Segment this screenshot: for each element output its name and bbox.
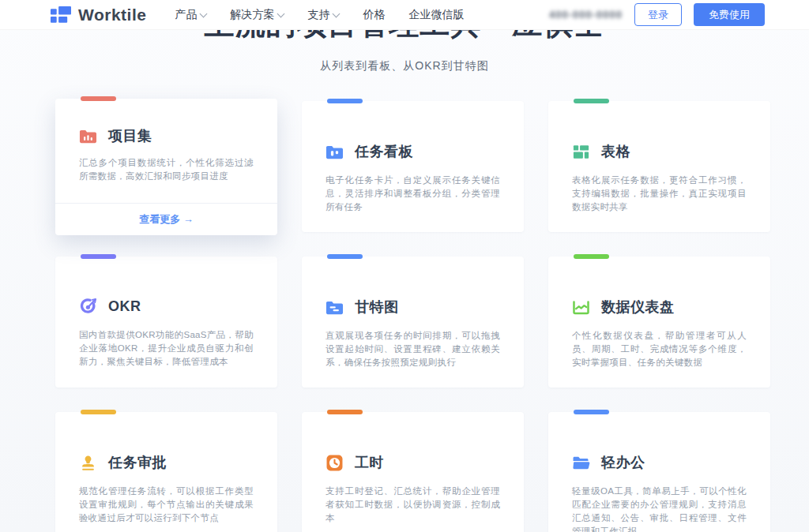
kanban-folder-icon <box>325 143 344 161</box>
nav-label: 价格 <box>363 8 385 22</box>
top-navigation-bar: Worktile 产品 解决方案 支持 价格 企业微信版 400-000-000… <box>0 0 809 30</box>
card-accent-bar <box>81 96 116 101</box>
login-button[interactable]: 登录 <box>634 3 682 26</box>
office-folder-icon <box>572 454 590 472</box>
work-hours-clock-icon <box>325 454 344 472</box>
card-title: OKR <box>108 298 141 315</box>
nav-label: 解决方案 <box>230 8 274 22</box>
approval-stamp-icon <box>79 454 97 472</box>
card-title: 数据仪表盘 <box>601 298 675 317</box>
card-footer: 查看更多 → <box>55 203 277 235</box>
card-accent-bar <box>574 254 609 259</box>
card-title: 表格 <box>601 142 630 161</box>
card-title: 轻办公 <box>601 453 645 472</box>
feature-card[interactable]: 任务审批 规范化管理任务流转，可以根据工作类型设置审批规则，每个节点输出的关键成… <box>55 412 277 532</box>
card-description: 轻量级OA工具，简单易上手，可以个性化匹配企业需要的办公管理规则，支持消息汇总通… <box>572 485 747 532</box>
gantt-folder-icon <box>325 298 344 317</box>
card-description: 直观展现各项任务的时间排期，可以拖拽设置起始时间、设置里程碑、建立依赖关系，确保… <box>325 329 500 369</box>
feature-grid: 项目集 汇总多个项目数据统计，个性化筛选过滤所需数据，高效汇报和同步项目进度 查… <box>55 101 809 532</box>
card-title: 任务看板 <box>355 142 413 161</box>
chevron-down-icon <box>333 9 341 17</box>
card-description: 表格化展示任务数据，更符合工作习惯，支持编辑数据，批量操作，真正实现项目数据实时… <box>572 174 747 214</box>
card-description: 电子化任务卡片，自定义展示任务关键信息，灵活排序和调整看板分组，分类管理所有任务 <box>325 174 500 214</box>
nav-label: 支持 <box>307 8 329 22</box>
feature-card[interactable]: 甘特图 直观展现各项任务的时间排期，可以拖拽设置起始时间、设置里程碑、建立依赖关… <box>302 257 524 388</box>
card-description: 国内首款提供OKR功能的SaaS产品，帮助企业落地OKR，提升企业成员自驱力和创… <box>79 328 254 369</box>
view-more-link[interactable]: 查看更多 → <box>139 212 194 227</box>
card-head: 工时 <box>325 453 500 472</box>
card-head: 数据仪表盘 <box>572 298 747 317</box>
worktile-logo-icon <box>51 6 71 24</box>
card-description: 个性化数据仪表盘，帮助管理者可从人员、周期、工时、完成情况等多个维度，实时掌握项… <box>572 329 747 369</box>
nav-label: 产品 <box>175 8 197 22</box>
card-description: 规范化管理任务流转，可以根据工作类型设置审批规则，每个节点输出的关键成果验收通过… <box>79 485 254 525</box>
table-grid-icon <box>572 143 590 161</box>
card-head: 项目集 <box>79 126 254 145</box>
card-title: 甘特图 <box>355 298 399 317</box>
nav-item-pricing[interactable]: 价格 <box>363 8 385 22</box>
card-title: 项目集 <box>108 126 152 145</box>
card-accent-bar <box>574 99 609 103</box>
okr-target-icon <box>79 298 97 316</box>
header-actions: 400-000-0000 登录 免费使用 <box>549 3 765 26</box>
nav-item-solutions[interactable]: 解决方案 <box>230 8 284 22</box>
card-accent-bar <box>81 410 116 414</box>
feature-card[interactable]: 任务看板 电子化任务卡片，自定义展示任务关键信息，灵活排序和调整看板分组，分类管… <box>302 101 524 232</box>
nav-item-support[interactable]: 支持 <box>307 8 339 22</box>
main-nav: 产品 解决方案 支持 价格 企业微信版 <box>175 8 464 22</box>
card-accent-bar <box>81 254 116 259</box>
feature-card[interactable]: 工时 支持工时登记、汇总统计，帮助企业管理者获知工时数据，以便协调资源，控制成本 <box>302 412 524 532</box>
card-title: 任务审批 <box>108 453 167 472</box>
chevron-down-icon <box>277 9 285 17</box>
card-accent-bar <box>327 254 363 259</box>
card-description: 支持工时登记、汇总统计，帮助企业管理者获知工时数据，以便协调资源，控制成本 <box>325 485 500 525</box>
card-head: 任务审批 <box>79 453 254 472</box>
card-head: 任务看板 <box>325 142 500 161</box>
contact-phone-blurred: 400-000-0000 <box>549 9 623 21</box>
card-head: 表格 <box>572 142 747 161</box>
nav-item-wechat-work[interactable]: 企业微信版 <box>408 8 464 22</box>
projects-folder-chart-icon <box>79 127 97 145</box>
feature-card[interactable]: 数据仪表盘 个性化数据仪表盘，帮助管理者可从人员、周期、工时、完成情况等多个维度… <box>548 257 770 388</box>
nav-label: 企业微信版 <box>408 8 464 22</box>
worktile-logo[interactable]: Worktile <box>51 6 146 24</box>
card-accent-bar <box>327 99 363 103</box>
feature-card[interactable]: 项目集 汇总多个项目数据统计，个性化筛选过滤所需数据，高效汇报和同步项目进度 查… <box>55 99 277 235</box>
dashboard-chart-icon <box>572 298 590 317</box>
feature-card[interactable]: 表格 表格化展示任务数据，更符合工作习惯，支持编辑数据，批量操作，真正实现项目数… <box>548 101 770 232</box>
card-description: 汇总多个项目数据统计，个性化筛选过滤所需数据，高效汇报和同步项目进度 <box>79 156 254 183</box>
feature-card[interactable]: 轻办公 轻量级OA工具，简单易上手，可以个性化匹配企业需要的办公管理规则，支持消… <box>548 412 770 532</box>
card-accent-bar <box>574 410 609 414</box>
card-head: 甘特图 <box>325 298 500 317</box>
card-accent-bar <box>327 410 363 414</box>
card-head: 轻办公 <box>572 453 747 472</box>
card-head: OKR <box>79 298 254 316</box>
chevron-down-icon <box>200 9 208 17</box>
feature-card[interactable]: OKR 国内首款提供OKR功能的SaaS产品，帮助企业落地OKR，提升企业成员自… <box>55 257 277 388</box>
section-subtitle: 从列表到看板、从OKR到甘特图 <box>0 59 809 73</box>
nav-item-products[interactable]: 产品 <box>175 8 206 22</box>
brand-name: Worktile <box>78 6 146 24</box>
free-trial-button[interactable]: 免费使用 <box>694 3 765 26</box>
card-title: 工时 <box>355 453 384 472</box>
